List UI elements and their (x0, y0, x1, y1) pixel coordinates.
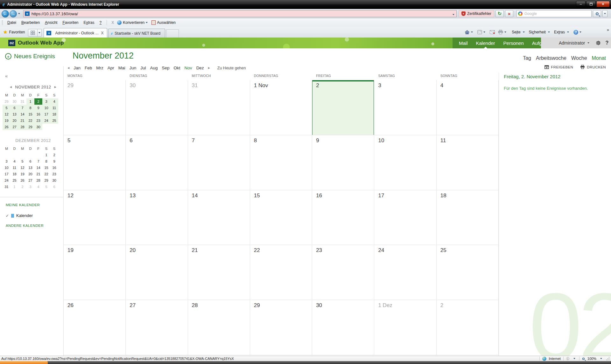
day-cell-23[interactable]: 23 (312, 245, 374, 300)
mini-day[interactable]: 26 (18, 177, 26, 184)
day-cell-18[interactable]: 18 (437, 190, 499, 245)
owa-nav-mail[interactable]: Mail (459, 38, 468, 48)
month-tab-okt[interactable]: Okt (174, 66, 180, 70)
mini-day[interactable]: 24 (42, 117, 50, 124)
quick-tabs-dropdown[interactable] (38, 29, 42, 37)
mini-day[interactable]: 31 (18, 98, 26, 105)
mini-day[interactable]: 2 (34, 98, 42, 105)
history-dropdown-caret[interactable] (18, 13, 20, 14)
forward-button[interactable]: → (10, 10, 17, 18)
mini-day[interactable]: 10 (42, 105, 50, 111)
day-cell-30[interactable]: 30 (312, 300, 374, 355)
mini-day[interactable]: 3 (42, 98, 50, 105)
mini-day[interactable]: 23 (50, 171, 58, 177)
mini-day[interactable]: 8 (42, 158, 50, 164)
home-button[interactable] (464, 30, 475, 34)
month-tab-aug[interactable]: Aug (150, 66, 158, 70)
select-addon-button[interactable]: Auswählen (150, 20, 177, 25)
mini-day[interactable]: 16 (34, 111, 42, 117)
search-options-button[interactable] (602, 10, 607, 17)
day-cell-19[interactable]: 19 (64, 245, 126, 300)
mini-day[interactable]: 2 (18, 184, 26, 190)
browser-tab-0[interactable]: oAdministrator - Outlook ...X (44, 28, 107, 38)
mini-day[interactable]: 9 (34, 105, 42, 111)
favorites-button[interactable]: ★ Favoriten (0, 27, 28, 38)
month-tab-jul[interactable]: Jul (140, 66, 146, 70)
mini-day[interactable]: 17 (42, 111, 50, 117)
mini-day[interactable]: 26 (3, 124, 11, 130)
prev-month-arrow[interactable]: ◀ (10, 86, 12, 88)
mini-day[interactable]: 10 (3, 164, 11, 171)
convert-dropdown-caret[interactable] (146, 22, 148, 23)
day-cell-8[interactable]: 8 (250, 135, 312, 190)
search-button[interactable] (593, 10, 601, 17)
mini-day[interactable]: 4 (11, 158, 18, 164)
day-cell-6[interactable]: 6 (126, 135, 188, 190)
mini-day[interactable]: 17 (3, 171, 11, 177)
mini-day[interactable]: 30 (34, 124, 42, 130)
menu-item-3[interactable]: Favoriten (60, 19, 81, 26)
menu-item-2[interactable]: Ansicht (42, 19, 60, 26)
search-input[interactable] (524, 11, 590, 16)
url-field[interactable]: o https://10.13.37.160/owa/ (23, 10, 457, 17)
minimize-button[interactable]: – (576, 1, 586, 7)
mini-day[interactable]: 31 (3, 184, 11, 190)
day-cell-28[interactable]: 28 (188, 300, 250, 355)
day-cell-26[interactable]: 26 (64, 300, 126, 355)
other-calendars-heading[interactable]: ANDERE KALENDER (6, 224, 64, 228)
day-cell-2[interactable]: 2 (437, 300, 499, 355)
day-cell-4[interactable]: 4 (437, 80, 499, 135)
day-cell-24[interactable]: 24 (374, 245, 436, 300)
month-tab-sep[interactable]: Sep (162, 66, 170, 70)
print-button[interactable] (497, 30, 509, 34)
month-tab-jan[interactable]: Jan (74, 66, 81, 70)
account-menu[interactable]: Administrator (559, 40, 585, 46)
command-menu-extras[interactable]: Extras (552, 30, 571, 34)
day-cell-31[interactable]: 31 (188, 80, 250, 135)
menu-item-5[interactable]: ? (97, 19, 104, 26)
owa-nav-personen[interactable]: Personen (503, 38, 524, 48)
certificate-error-badge[interactable]: × Zertifikatfehler (459, 10, 494, 17)
owa-help-icon[interactable]: ? (605, 40, 608, 46)
help-button[interactable]: ? (572, 30, 584, 35)
mini-day[interactable]: 11 (11, 164, 18, 171)
mini-day[interactable]: 7 (34, 158, 42, 164)
day-cell-22[interactable]: 22 (250, 245, 312, 300)
tab-close-icon[interactable]: X (101, 31, 104, 35)
day-cell-7[interactable]: 7 (188, 135, 250, 190)
mini-day[interactable]: 20 (26, 171, 34, 177)
day-cell-15[interactable]: 15 (250, 190, 312, 245)
new-event-button[interactable]: + Neues Ereignis (5, 53, 64, 60)
mini-day[interactable]: 14 (34, 164, 42, 171)
day-cell-10[interactable]: 10 (374, 135, 436, 190)
mini-day[interactable]: 6 (11, 105, 18, 111)
mini-day[interactable]: 12 (3, 111, 11, 117)
mini-day[interactable]: 29 (3, 98, 11, 105)
day-cell-29[interactable]: 29 (64, 80, 126, 135)
menu-item-4[interactable]: Extras (81, 19, 97, 26)
mini-day[interactable]: 29 (42, 177, 50, 184)
day-cell-11[interactable]: 11 (437, 135, 499, 190)
next-month-arrow[interactable]: ▶ (54, 86, 57, 88)
day-cell-2[interactable]: 2 (312, 80, 374, 135)
mini-day[interactable]: 24 (3, 177, 11, 184)
zoom-dropdown-caret[interactable] (600, 358, 602, 359)
mini-day[interactable]: 13 (11, 111, 18, 117)
protected-mode-icon[interactable]: 🛈 (566, 357, 570, 360)
mini-day[interactable]: 1 (26, 98, 34, 105)
calendar-list-item[interactable]: ✓ Kalender (6, 213, 64, 218)
url-dropdown[interactable] (451, 11, 456, 17)
go-to-today-link[interactable]: Zu Heute gehen (217, 66, 246, 70)
mini-day[interactable]: 28 (18, 124, 26, 130)
menu-item-0[interactable]: Datei (5, 19, 19, 26)
mini-day[interactable]: 12 (18, 164, 26, 171)
mini-day[interactable]: 2 (50, 152, 58, 158)
month-tab-jun[interactable]: Jun (129, 66, 136, 70)
mini-day[interactable]: 6 (50, 184, 58, 190)
mini-day[interactable]: 19 (18, 171, 26, 177)
mini-day[interactable]: 29 (26, 124, 34, 130)
mini-day[interactable]: 6 (26, 158, 34, 164)
owa-nav-kalender[interactable]: Kalender (476, 38, 495, 48)
protected-mode-caret[interactable] (573, 358, 575, 359)
taskbar-active-button[interactable] (0, 361, 48, 364)
